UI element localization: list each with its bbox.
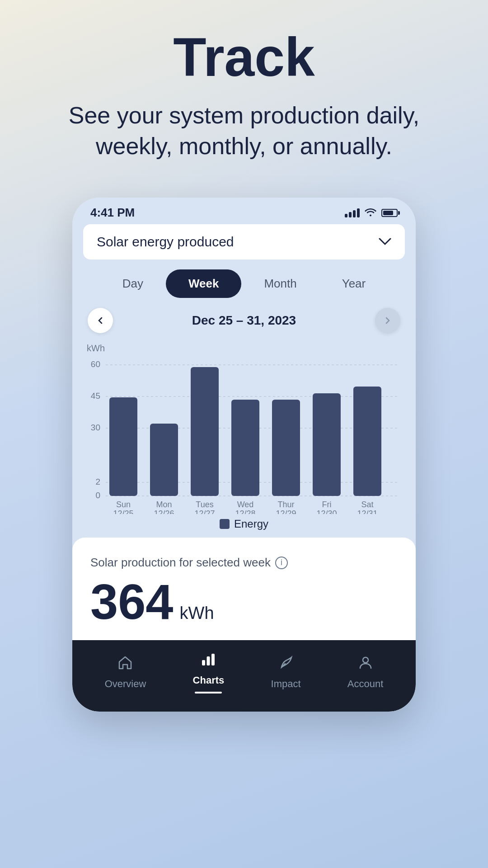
svg-rect-29	[353, 387, 381, 496]
phone-wrapper: 4:41 PM	[72, 198, 416, 712]
nav-label-account: Account	[347, 678, 384, 690]
svg-rect-20	[231, 400, 259, 496]
period-tabs: Day Week Month Year	[83, 269, 405, 298]
svg-text:12/30: 12/30	[316, 509, 337, 514]
energy-number: 364	[90, 577, 174, 627]
date-range-label: Dec 25 – 31, 2023	[192, 313, 296, 328]
charts-icon	[200, 651, 216, 671]
status-time: 4:41 PM	[90, 206, 135, 220]
phone-frame: 4:41 PM	[72, 198, 416, 712]
svg-text:Sat: Sat	[361, 500, 373, 509]
svg-text:12/31: 12/31	[357, 509, 377, 514]
nav-item-overview[interactable]: Overview	[105, 655, 146, 690]
svg-text:Fri: Fri	[322, 500, 332, 509]
legend-label-energy: Energy	[234, 518, 268, 530]
svg-point-35	[363, 657, 368, 663]
svg-text:12/25: 12/25	[113, 509, 133, 514]
signal-icon	[345, 208, 360, 217]
prev-period-button[interactable]	[88, 308, 113, 333]
svg-text:12/28: 12/28	[235, 509, 255, 514]
wifi-icon	[364, 207, 377, 219]
leaf-icon	[278, 655, 294, 675]
status-bar: 4:41 PM	[72, 198, 416, 224]
svg-text:Sun: Sun	[116, 500, 131, 509]
next-period-button[interactable]	[375, 308, 400, 333]
person-icon	[357, 655, 374, 675]
svg-rect-34	[211, 654, 215, 665]
nav-label-overview: Overview	[105, 678, 146, 690]
hero-title: Track	[27, 27, 461, 87]
svg-text:12/29: 12/29	[276, 509, 296, 514]
svg-rect-11	[109, 397, 137, 496]
tab-year[interactable]: Year	[319, 269, 389, 298]
svg-text:12/27: 12/27	[194, 509, 215, 514]
dropdown-label: Solar energy produced	[97, 234, 234, 250]
chevron-down-icon	[379, 235, 391, 249]
svg-text:2: 2	[95, 477, 100, 486]
nav-label-impact: Impact	[271, 678, 301, 690]
tab-day[interactable]: Day	[100, 269, 166, 298]
svg-text:12/26: 12/26	[154, 509, 174, 514]
svg-rect-26	[313, 393, 341, 496]
tab-month[interactable]: Month	[241, 269, 319, 298]
home-icon	[117, 655, 133, 675]
hero-section: Track See your system production daily, …	[0, 0, 488, 179]
svg-text:45: 45	[91, 391, 100, 401]
svg-text:0: 0	[95, 491, 100, 500]
tab-week[interactable]: Week	[166, 269, 241, 298]
legend-color-energy	[220, 519, 230, 529]
svg-rect-23	[272, 400, 300, 496]
info-card: Solar production for selected week i 364…	[72, 538, 416, 640]
energy-value-display: 364 kWh	[90, 577, 398, 627]
svg-text:kWh: kWh	[87, 343, 105, 353]
phone-content: Solar energy produced Day Week Month Yea…	[72, 224, 416, 538]
svg-rect-32	[202, 660, 205, 665]
info-icon[interactable]: i	[275, 557, 288, 569]
svg-text:Tues: Tues	[196, 500, 213, 509]
status-icons	[345, 207, 398, 219]
hero-subtitle: See your system production daily, weekly…	[45, 100, 443, 161]
svg-text:30: 30	[91, 423, 100, 432]
svg-text:Wed: Wed	[237, 500, 254, 509]
svg-rect-33	[207, 656, 210, 665]
nav-item-impact[interactable]: Impact	[271, 655, 301, 690]
svg-text:Mon: Mon	[156, 500, 172, 509]
nav-item-account[interactable]: Account	[347, 655, 384, 690]
svg-text:Thur: Thur	[277, 500, 294, 509]
info-card-title: Solar production for selected week i	[90, 556, 398, 570]
svg-text:60: 60	[91, 359, 100, 369]
date-navigation: Dec 25 – 31, 2023	[83, 308, 405, 333]
nav-item-charts[interactable]: Charts	[193, 651, 225, 693]
energy-type-dropdown[interactable]: Solar energy produced	[83, 224, 405, 259]
bar-chart: kWh 60 45 30 2 0	[83, 342, 405, 538]
nav-label-charts: Charts	[193, 675, 225, 686]
svg-rect-17	[191, 367, 219, 496]
bottom-navigation: Overview Charts	[72, 640, 416, 712]
active-tab-indicator	[195, 692, 222, 693]
energy-unit: kWh	[180, 604, 214, 623]
info-card-title-text: Solar production for selected week	[90, 556, 271, 570]
battery-icon	[381, 209, 398, 217]
svg-rect-14	[150, 424, 178, 496]
chart-svg: kWh 60 45 30 2 0	[83, 342, 405, 514]
